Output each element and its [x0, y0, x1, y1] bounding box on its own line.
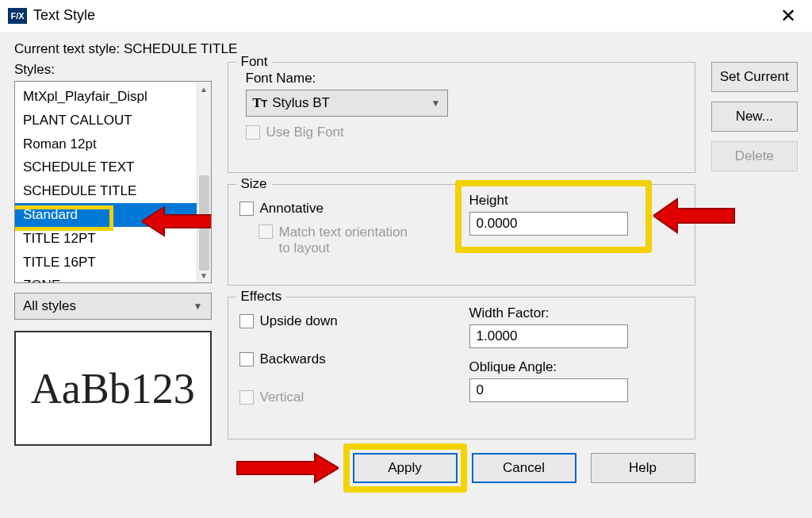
big-font-label: Use Big Font: [266, 125, 344, 140]
app-icon: F/X: [8, 8, 27, 24]
delete-button: Delete: [711, 141, 799, 171]
list-item[interactable]: SCHEDULE TEXT: [15, 155, 211, 179]
font-name-value: Stylus BT: [272, 95, 330, 110]
list-item[interactable]: TITLE 16PT: [15, 251, 211, 274]
styles-listbox[interactable]: MtXpl_Playfair_DisplPLANT CALLOUTRoman 1…: [14, 81, 212, 283]
list-item[interactable]: PLANT CALLOUT: [15, 109, 211, 132]
scroll-down-icon[interactable]: ▼: [197, 268, 211, 282]
window-title: Text Style: [33, 7, 95, 24]
vertical-checkbox: [239, 390, 254, 405]
arrow-annotation: [228, 451, 339, 485]
vertical-row: Vertical: [239, 389, 454, 405]
scroll-up-icon[interactable]: ▲: [197, 82, 211, 96]
match-orientation-row: Match text orientation to layout: [259, 224, 454, 256]
scrollbar[interactable]: ▲ ▼: [197, 82, 211, 282]
annotative-checkbox[interactable]: [239, 201, 254, 216]
annotative-row[interactable]: Annotative: [239, 201, 454, 217]
new-button[interactable]: New...: [711, 102, 799, 132]
backwards-row[interactable]: Backwards: [239, 351, 454, 367]
list-item[interactable]: Roman 12pt: [15, 132, 211, 156]
font-preview: AaBb123: [14, 331, 212, 446]
close-button[interactable]: ✕: [772, 5, 804, 27]
current-style-label: Current text style: SCHEDULE TITLE: [14, 41, 798, 57]
backwards-label: Backwards: [260, 351, 326, 367]
font-name-dropdown[interactable]: TTStylus BT ▼: [246, 90, 448, 117]
upside-down-row[interactable]: Upside down: [239, 313, 454, 329]
list-item[interactable]: ZONE: [15, 274, 211, 283]
styles-label: Styles:: [14, 62, 212, 78]
list-item[interactable]: MtXpl_Playfair_Displ: [15, 85, 211, 109]
size-group-title: Size: [236, 176, 272, 192]
height-label: Height: [469, 193, 684, 209]
use-big-font-row: Use Big Font: [246, 125, 684, 140]
backwards-checkbox[interactable]: [239, 352, 254, 366]
scroll-thumb[interactable]: [199, 175, 209, 271]
height-input[interactable]: [469, 212, 628, 236]
width-factor-input[interactable]: [469, 324, 628, 348]
chevron-down-icon: ▼: [431, 98, 441, 109]
set-current-button[interactable]: Set Current: [711, 62, 799, 92]
style-filter-value: All styles: [23, 298, 76, 314]
vertical-label: Vertical: [260, 389, 304, 405]
truetype-icon: TT: [253, 95, 268, 110]
effects-group: Effects Upside down Backwards: [228, 297, 695, 439]
list-item[interactable]: SCHEDULE TITLE: [15, 179, 211, 203]
font-name-label: Font Name:: [246, 71, 684, 86]
big-font-checkbox: [246, 125, 260, 140]
titlebar: F/X Text Style ✕: [0, 0, 812, 32]
apply-button[interactable]: Apply: [353, 453, 458, 483]
list-item[interactable]: Standard: [15, 203, 211, 227]
width-factor-label: Width Factor:: [469, 305, 684, 321]
annotative-label: Annotative: [260, 201, 324, 217]
help-button[interactable]: Help: [591, 453, 695, 483]
match-orientation-label: Match text orientation to layout: [279, 224, 414, 256]
list-item[interactable]: TITLE 12PT: [15, 227, 211, 251]
style-filter-dropdown[interactable]: All styles ▼: [14, 293, 212, 320]
font-group: Font Font Name: TTStylus BT ▼ Use Big Fo…: [228, 62, 695, 173]
upside-down-checkbox[interactable]: [239, 314, 254, 328]
size-group: Size Annotative Match text orientation t…: [228, 184, 695, 286]
effects-group-title: Effects: [236, 289, 287, 305]
svg-marker-2: [237, 454, 339, 482]
match-orientation-checkbox: [259, 224, 273, 239]
font-group-title: Font: [236, 54, 273, 70]
cancel-button[interactable]: Cancel: [472, 453, 576, 483]
chevron-down-icon: ▼: [193, 301, 203, 312]
oblique-angle-label: Oblique Angle:: [469, 359, 684, 375]
oblique-angle-input[interactable]: [469, 378, 628, 402]
upside-down-label: Upside down: [260, 313, 338, 329]
